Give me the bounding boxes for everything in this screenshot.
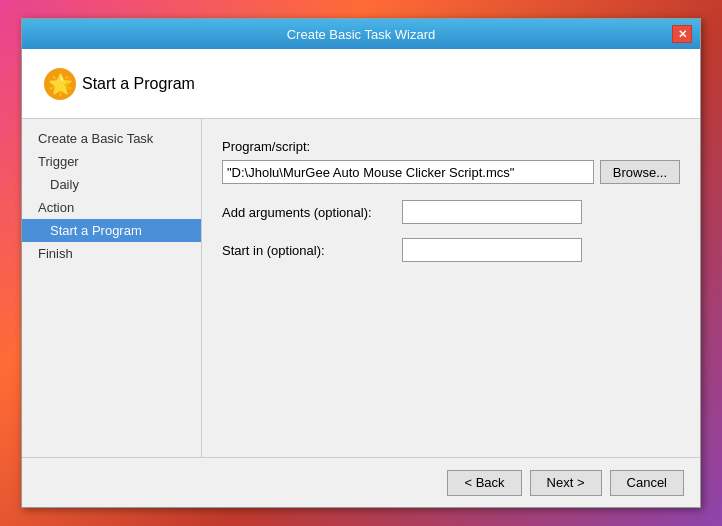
start-in-row: Start in (optional): — [222, 238, 680, 262]
sidebar-item-daily[interactable]: Daily — [22, 173, 201, 196]
task-icon-inner: 🌟 — [44, 68, 76, 100]
sidebar: Create a Basic Task Trigger Daily Action… — [22, 119, 202, 457]
title-bar: Create Basic Task Wizard ✕ — [22, 19, 700, 49]
program-input-row: Browse... — [222, 160, 680, 184]
footer: < Back Next > Cancel — [22, 457, 700, 507]
sidebar-item-finish[interactable]: Finish — [22, 242, 201, 265]
header-title: Start a Program — [82, 75, 195, 93]
program-script-input[interactable] — [222, 160, 594, 184]
window-title: Create Basic Task Wizard — [50, 27, 672, 42]
main-form-area: Program/script: Browse... Add arguments … — [202, 119, 700, 457]
sidebar-item-create-basic-task[interactable]: Create a Basic Task — [22, 127, 201, 150]
main-window: Create Basic Task Wizard ✕ 🌟 Start a Pro… — [21, 18, 701, 508]
program-script-label: Program/script: — [222, 139, 680, 154]
cancel-button[interactable]: Cancel — [610, 470, 684, 496]
header-area: 🌟 Start a Program — [22, 49, 700, 119]
next-button[interactable]: Next > — [530, 470, 602, 496]
start-in-input[interactable] — [402, 238, 582, 262]
arguments-input[interactable] — [402, 200, 582, 224]
sidebar-item-start-program[interactable]: Start a Program — [22, 219, 201, 242]
browse-button[interactable]: Browse... — [600, 160, 680, 184]
header-icon: 🌟 — [38, 62, 82, 106]
arguments-label: Add arguments (optional): — [222, 205, 402, 220]
sidebar-item-action[interactable]: Action — [22, 196, 201, 219]
content-area: Create a Basic Task Trigger Daily Action… — [22, 119, 700, 457]
back-button[interactable]: < Back — [447, 470, 521, 496]
program-script-section: Program/script: Browse... — [222, 139, 680, 184]
sidebar-item-trigger[interactable]: Trigger — [22, 150, 201, 173]
close-button[interactable]: ✕ — [672, 25, 692, 43]
start-in-label: Start in (optional): — [222, 243, 402, 258]
arguments-row: Add arguments (optional): — [222, 200, 680, 224]
